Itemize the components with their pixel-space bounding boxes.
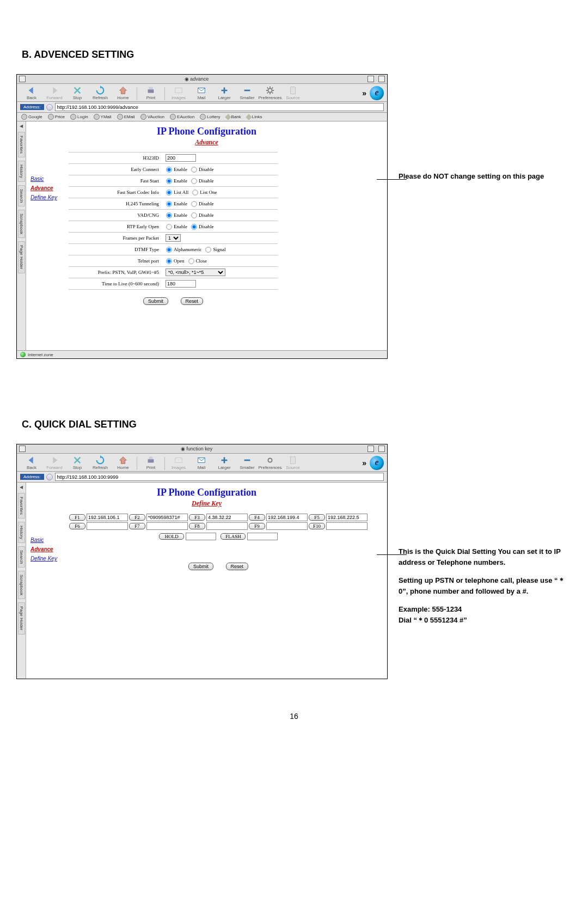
side-tab-pageholder[interactable]: Page Holder [18, 241, 25, 273]
f7-input[interactable] [146, 522, 188, 530]
nav-definekey[interactable]: Define Key [30, 556, 69, 562]
favorite-link[interactable]: YMail [94, 114, 112, 120]
side-tab-scrapbook[interactable]: Scrapbook [18, 210, 25, 238]
hold-button[interactable]: HOLD [159, 533, 184, 540]
window-minimize-icon[interactable] [367, 446, 374, 452]
url-input[interactable] [55, 473, 384, 481]
f1-button[interactable]: F1 [69, 514, 85, 521]
reset-button[interactable]: Reset [226, 563, 249, 570]
vad-disable-radio[interactable] [191, 212, 197, 218]
toolbar-overflow[interactable]: » [362, 459, 366, 467]
f5-button[interactable]: F5 [309, 514, 325, 521]
telnet-open-radio[interactable] [166, 258, 171, 264]
favorite-link[interactable]: EAuction [170, 114, 194, 120]
favorite-link[interactable]: Price [48, 114, 65, 120]
side-tab-history[interactable]: History [18, 522, 25, 543]
f4-input[interactable] [266, 514, 308, 521]
window-zoom-icon[interactable] [378, 76, 385, 82]
source-button[interactable]: Source [281, 455, 304, 470]
favorite-link[interactable]: Google [21, 114, 42, 120]
h323id-input[interactable] [166, 154, 196, 162]
home-button[interactable]: Home [112, 86, 134, 100]
dtmf-alpha-radio[interactable] [166, 247, 171, 252]
back-button[interactable]: Back [20, 86, 43, 100]
url-input[interactable] [55, 103, 384, 111]
window-zoom-icon[interactable] [378, 446, 385, 452]
side-tab-pageholder[interactable]: Page Holder [18, 602, 25, 634]
favorite-link[interactable]: Login [70, 114, 88, 120]
side-tab-history[interactable]: History [18, 161, 25, 182]
f3-button[interactable]: F3 [189, 514, 205, 521]
preferences-button[interactable]: Preferences [259, 86, 281, 100]
toolbar-overflow[interactable]: » [362, 89, 366, 97]
side-tab-search[interactable]: Search [18, 185, 25, 206]
nav-advance[interactable]: Advance [30, 546, 69, 552]
favorite-link[interactable]: Links [247, 114, 262, 119]
side-tab-scrapbook[interactable]: Scrapbook [18, 571, 25, 599]
f3-input[interactable] [206, 514, 248, 521]
forward-button[interactable]: Forward [43, 86, 66, 100]
window-menu-icon[interactable] [19, 446, 26, 452]
f4-button[interactable]: F4 [249, 514, 265, 521]
favorite-link[interactable]: Lottery [200, 114, 220, 120]
mail-button[interactable]: Mail [190, 455, 213, 470]
refresh-button[interactable]: Refresh [89, 455, 112, 470]
f2-input[interactable] [146, 514, 188, 521]
telnet-close-radio[interactable] [188, 258, 194, 264]
f8-input[interactable] [206, 522, 248, 530]
flash-input[interactable] [247, 533, 278, 540]
flash-button[interactable]: FLASH [220, 533, 246, 540]
stop-button[interactable]: Stop [66, 455, 89, 470]
f2-button[interactable]: F2 [129, 514, 145, 521]
early-enable-radio[interactable] [166, 167, 171, 172]
refresh-button[interactable]: Refresh [89, 86, 112, 100]
reset-button[interactable]: Reset [181, 297, 204, 305]
f9-button[interactable]: F9 [249, 523, 265, 529]
hold-input[interactable] [186, 533, 216, 540]
dtmf-signal-radio[interactable] [206, 247, 211, 252]
preferences-button[interactable]: Preferences [259, 455, 281, 470]
nav-basic[interactable]: Basic [30, 176, 69, 182]
h245-disable-radio[interactable] [191, 201, 197, 206]
print-button[interactable]: Print [139, 86, 162, 100]
submit-button[interactable]: Submit [188, 563, 213, 570]
favorite-link[interactable]: EMail [117, 114, 135, 120]
vad-enable-radio[interactable] [166, 212, 171, 218]
favorite-link[interactable]: VAuction [140, 114, 164, 120]
nav-advance[interactable]: Advance [30, 185, 69, 191]
collapse-icon[interactable]: ◀ [20, 485, 23, 490]
f7-button[interactable]: F7 [129, 523, 145, 529]
f9-input[interactable] [266, 522, 308, 530]
h245-enable-radio[interactable] [166, 201, 171, 206]
fast-enable-radio[interactable] [166, 178, 171, 184]
back-button[interactable]: Back [20, 455, 43, 470]
ttl-input[interactable] [166, 280, 196, 288]
print-button[interactable]: Print [139, 455, 162, 470]
home-button[interactable]: Home [112, 455, 134, 470]
images-button[interactable]: Images [167, 86, 190, 100]
stop-button[interactable]: Stop [66, 86, 89, 100]
rtp-disable-radio[interactable] [191, 224, 197, 229]
mail-button[interactable]: Mail [190, 86, 213, 100]
side-tab-search[interactable]: Search [18, 546, 25, 568]
codec-listall-radio[interactable] [166, 190, 171, 195]
side-tab-favorites[interactable]: Favorites [18, 493, 25, 518]
f6-input[interactable] [87, 522, 128, 530]
nav-definekey[interactable]: Define Key [30, 194, 69, 200]
codec-listone-radio[interactable] [193, 190, 198, 195]
f5-input[interactable] [326, 514, 367, 521]
larger-button[interactable]: Larger [213, 455, 236, 470]
forward-button[interactable]: Forward [43, 455, 66, 470]
collapse-icon[interactable]: ◀ [20, 124, 23, 129]
side-tab-favorites[interactable]: Favorites [18, 132, 25, 157]
fpp-select[interactable]: 1 [166, 234, 181, 242]
f10-input[interactable] [326, 522, 367, 530]
images-button[interactable]: Images [167, 455, 190, 470]
f6-button[interactable]: F6 [69, 523, 85, 529]
smaller-button[interactable]: Smaller [236, 86, 259, 100]
larger-button[interactable]: Larger [213, 86, 236, 100]
nav-basic[interactable]: Basic [30, 537, 69, 543]
f1-input[interactable] [87, 514, 128, 521]
window-minimize-icon[interactable] [367, 76, 374, 82]
fast-disable-radio[interactable] [191, 178, 197, 184]
